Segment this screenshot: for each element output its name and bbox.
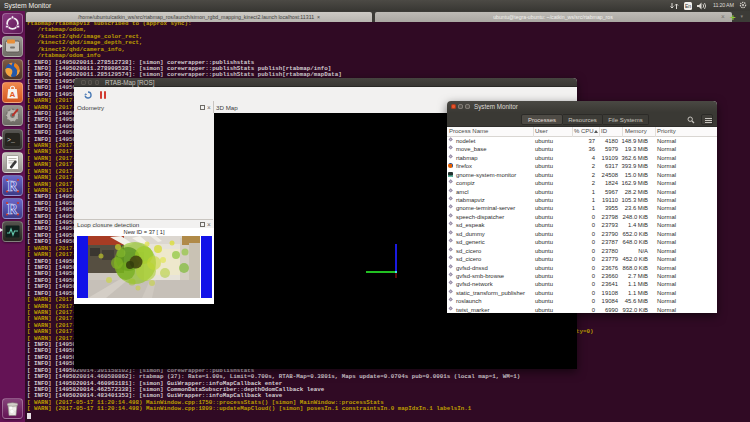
svg-text:R: R xyxy=(7,201,18,217)
svg-text:A: A xyxy=(9,90,15,99)
svg-text:R: R xyxy=(7,178,18,194)
svg-text:>_: >_ xyxy=(7,136,15,143)
